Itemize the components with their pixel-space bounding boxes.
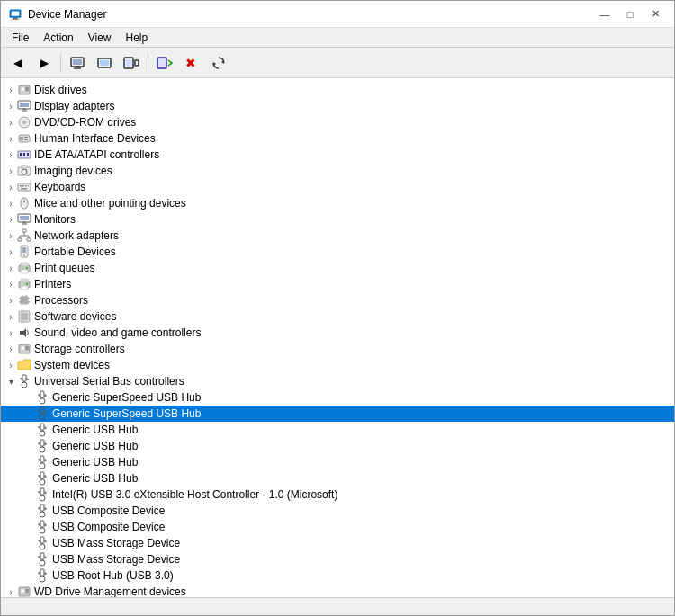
toolbar-btn-1[interactable]: [65, 51, 90, 75]
tree-item-usb-4[interactable]: Generic USB Hub: [1, 438, 674, 454]
tree-item-monitors[interactable]: › Monitors: [1, 211, 674, 228]
minimize-button[interactable]: —: [593, 5, 616, 23]
expand-btn-ide[interactable]: ›: [4, 150, 17, 160]
forward-button[interactable]: ▶: [32, 51, 57, 75]
tree-item-display-adapters[interactable]: › Display adapters: [1, 98, 674, 114]
expand-btn-hid[interactable]: ›: [4, 134, 17, 144]
expand-btn-software-devices[interactable]: ›: [4, 312, 17, 322]
tree-item-disk-drives[interactable]: › Disk drives: [1, 82, 674, 98]
expand-btn-portable[interactable]: ›: [4, 247, 17, 257]
toolbar-btn-refresh[interactable]: [206, 51, 231, 75]
tree-item-usb-controllers[interactable]: ▾ Universal Serial Bus controllers: [1, 373, 674, 389]
expand-btn-storage[interactable]: ›: [4, 344, 17, 354]
tree-item-system[interactable]: › System devices: [1, 357, 674, 373]
expand-btn-imaging[interactable]: ›: [4, 166, 17, 176]
back-button[interactable]: ◀: [4, 51, 30, 75]
svg-point-19: [25, 87, 29, 91]
icon-ide: [17, 147, 32, 162]
tree-item-dvd-rom[interactable]: ›DVD/CD-ROM drives: [1, 114, 674, 130]
label-software-devices: Software devices: [34, 310, 116, 323]
menu-action[interactable]: Action: [36, 30, 80, 46]
icon-display-adapters: [17, 99, 32, 113]
svg-point-63: [26, 267, 28, 269]
icon-usb-4: [35, 439, 50, 453]
tree-item-printers[interactable]: › Printers: [1, 276, 674, 292]
tree-item-usb-root[interactable]: USB Root Hub (USB 3.0): [1, 567, 674, 584]
expand-btn-monitors[interactable]: ›: [4, 215, 17, 225]
tree-item-imaging[interactable]: ›Imaging devices: [1, 163, 674, 179]
toolbar-separator-2: [148, 54, 148, 72]
svg-rect-80: [21, 346, 25, 350]
toolbar-btn-scan[interactable]: [152, 51, 177, 75]
tree-item-usb-2[interactable]: Generic SuperSpeed USB Hub: [1, 406, 674, 422]
tree-item-hid[interactable]: ›Human Interface Devices: [1, 130, 674, 147]
tree-item-keyboards[interactable]: › Keyboards: [1, 179, 674, 195]
expand-btn-system[interactable]: ›: [4, 361, 17, 370]
menu-help[interactable]: Help: [119, 30, 156, 46]
tree-item-usb-composite-1[interactable]: USB Composite Device: [1, 503, 674, 519]
tree-item-usb-composite-2[interactable]: USB Composite Device: [1, 519, 674, 535]
svg-point-167: [40, 576, 45, 582]
label-usb-2: Generic SuperSpeed USB Hub: [52, 407, 201, 420]
svg-point-59: [23, 254, 25, 256]
expand-btn-display-adapters[interactable]: ›: [4, 102, 17, 112]
tree-item-usb-5[interactable]: Generic USB Hub: [1, 454, 674, 470]
expand-btn-disk-drives[interactable]: ›: [4, 85, 17, 95]
expand-btn-sound[interactable]: ›: [4, 328, 17, 338]
label-processors: Processors: [34, 294, 88, 307]
expand-btn-mice[interactable]: ›: [4, 199, 17, 209]
svg-rect-166: [40, 569, 44, 576]
icon-wd-drive: [17, 585, 32, 597]
tree-item-processors[interactable]: ›Processors: [1, 292, 674, 308]
maximize-button[interactable]: □: [618, 5, 642, 23]
expand-btn-wd-drive[interactable]: ›: [4, 587, 17, 597]
icon-usb-mass-1: [35, 536, 50, 550]
toolbar-btn-remove[interactable]: ✖: [179, 51, 204, 75]
close-button[interactable]: ✕: [644, 5, 667, 23]
tree-item-software-devices[interactable]: › Software devices: [1, 308, 674, 325]
svg-rect-89: [40, 391, 44, 397]
toolbar-btn-2[interactable]: [92, 51, 117, 75]
expand-btn-network[interactable]: ›: [4, 231, 17, 241]
svg-rect-3: [12, 19, 20, 20]
svg-rect-41: [25, 185, 27, 187]
expand-btn-print-queues[interactable]: ›: [4, 263, 17, 273]
expand-btn-dvd-rom[interactable]: ›: [4, 118, 17, 128]
tree-item-usb-1[interactable]: Generic SuperSpeed USB Hub: [1, 389, 674, 406]
tree-item-mice[interactable]: › Mice and other pointing devices: [1, 195, 674, 211]
tree-item-usb-mass-1[interactable]: USB Mass Storage Device: [1, 535, 674, 551]
tree-item-usb-3[interactable]: Generic USB Hub: [1, 422, 674, 438]
label-keyboards: Keyboards: [34, 181, 86, 193]
svg-rect-62: [21, 270, 28, 273]
tree-item-portable[interactable]: ›Portable Devices: [1, 244, 674, 260]
icon-usb-2: [35, 406, 50, 421]
expand-btn-usb-controllers[interactable]: ▾: [4, 377, 17, 387]
label-ide: IDE ATA/ATAPI controllers: [34, 148, 159, 161]
svg-rect-51: [18, 238, 22, 241]
tree-item-network[interactable]: › Network adapters: [1, 228, 674, 244]
svg-rect-42: [28, 185, 29, 187]
icon-mice: [17, 196, 32, 210]
label-usb-composite-2: USB Composite Device: [52, 521, 165, 533]
device-tree[interactable]: › Disk drives› Display adapters›DVD/CD-R…: [1, 78, 674, 597]
svg-text:✖: ✖: [185, 56, 196, 70]
tree-item-ide[interactable]: ›IDE ATA/ATAPI controllers: [1, 147, 674, 163]
expand-btn-processors[interactable]: ›: [4, 296, 17, 306]
title-bar: Device Manager — □ ✕: [1, 1, 674, 28]
svg-marker-16: [213, 62, 216, 66]
label-usb-3: Generic USB Hub: [52, 424, 138, 436]
tree-item-intel-usb[interactable]: Intel(R) USB 3.0 eXtensible Host Control…: [1, 487, 674, 503]
menu-file[interactable]: File: [4, 30, 36, 46]
tree-item-usb-6[interactable]: Generic USB Hub: [1, 470, 674, 487]
tree-item-wd-drive[interactable]: › WD Drive Management devices: [1, 584, 674, 597]
tree-item-print-queues[interactable]: › Print queues: [1, 260, 674, 276]
tree-item-sound[interactable]: › Sound, video and game controllers: [1, 325, 674, 341]
tree-item-storage[interactable]: › Storage controllers: [1, 341, 674, 357]
svg-rect-18: [21, 87, 25, 91]
expand-btn-keyboards[interactable]: ›: [4, 183, 17, 192]
menu-view[interactable]: View: [81, 30, 119, 46]
toolbar-btn-3[interactable]: [119, 51, 144, 75]
expand-btn-printers[interactable]: ›: [4, 280, 17, 290]
tree-item-usb-mass-2[interactable]: USB Mass Storage Device: [1, 551, 674, 567]
svg-rect-110: [40, 440, 44, 446]
